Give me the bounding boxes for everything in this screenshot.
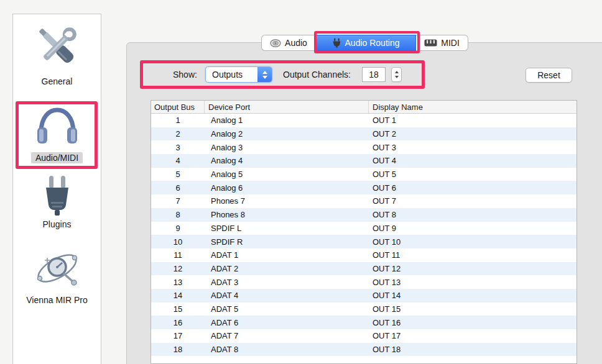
device-port-cell: ADAT 7 <box>205 329 369 343</box>
output-bus-cell: 17 <box>151 329 205 343</box>
display-name-cell: OUT 9 <box>369 222 577 235</box>
tab-label: Audio Routing <box>345 38 400 48</box>
device-port-cell: Analog 1 <box>205 114 369 127</box>
display-name-cell: OUT 4 <box>369 154 577 168</box>
device-port-cell: Analog 3 <box>205 140 369 154</box>
sidebar-item-label: Audio/MIDI <box>31 152 83 163</box>
table-row[interactable]: 18ADAT 8OUT 18 <box>151 343 577 357</box>
device-port-cell: ADAT 8 <box>205 343 369 357</box>
display-name-cell: OUT 1 <box>369 114 577 127</box>
device-port-cell: ADAT 5 <box>205 303 369 316</box>
sidebar-item-label: General <box>42 76 73 86</box>
table-row[interactable]: 5Analog 5OUT 5 <box>151 168 577 181</box>
tab-audio-routing[interactable]: Audio Routing <box>315 35 416 51</box>
device-port-cell: Analog 4 <box>205 154 369 168</box>
display-name-cell: OUT 5 <box>369 168 577 181</box>
display-name-cell: OUT 17 <box>369 329 577 343</box>
column-header-device-port[interactable]: Device Port <box>205 101 369 113</box>
output-bus-cell: 9 <box>151 222 205 235</box>
midi-keyboard-icon <box>424 39 437 47</box>
display-name-cell: OUT 6 <box>369 181 577 194</box>
table-row[interactable]: 1Analog 1OUT 1 <box>151 114 577 127</box>
popup-chevrons-icon <box>257 67 272 82</box>
stepper-down-icon <box>395 76 399 78</box>
reset-button[interactable]: Reset <box>526 68 572 83</box>
show-popup-button[interactable]: Outputs <box>205 66 272 83</box>
display-name-cell: OUT 14 <box>369 289 577 303</box>
table-row[interactable]: 6Analog 6OUT 6 <box>151 181 577 194</box>
device-port-cell: ADAT 6 <box>205 316 369 329</box>
table-row[interactable]: 15ADAT 5OUT 15 <box>151 303 577 316</box>
display-name-cell: OUT 10 <box>369 235 577 248</box>
sidebar-item-vienna-mir-pro[interactable]: Vienna MIR Pro <box>13 248 101 305</box>
output-bus-cell: 11 <box>151 248 205 262</box>
orbit-icon <box>32 248 82 291</box>
tools-icon <box>33 20 81 73</box>
table-row[interactable]: 9SPDIF LOUT 9 <box>151 222 577 235</box>
table-row[interactable]: 10SPDIF ROUT 10 <box>151 235 577 248</box>
table-row[interactable]: 17ADAT 7OUT 17 <box>151 329 577 343</box>
column-header-display-name[interactable]: Display Name <box>369 101 577 113</box>
table-row[interactable]: 2Analog 2OUT 2 <box>151 127 577 141</box>
table-header-row: Output Bus Device Port Display Name <box>151 101 577 114</box>
device-port-cell: ADAT 4 <box>205 289 369 303</box>
output-bus-cell: 13 <box>151 275 205 289</box>
display-name-cell: OUT 15 <box>369 303 577 316</box>
output-bus-cell: 3 <box>151 140 205 154</box>
output-channels-label: Output Channels: <box>283 70 351 80</box>
tab-label: Audio <box>285 38 307 48</box>
table-row[interactable]: 13ADAT 3OUT 13 <box>151 275 577 289</box>
headphones-icon <box>34 106 81 148</box>
output-bus-cell: 7 <box>151 194 205 208</box>
stepper-up-icon <box>395 71 399 73</box>
display-name-cell: OUT 7 <box>369 194 577 208</box>
device-port-cell: Analog 2 <box>205 127 369 141</box>
output-bus-cell: 5 <box>151 168 205 181</box>
table-row[interactable]: 14ADAT 4OUT 14 <box>151 289 577 303</box>
table-row[interactable]: 7Phones 7OUT 7 <box>151 194 577 208</box>
display-name-cell: OUT 13 <box>369 275 577 289</box>
output-bus-cell: 8 <box>151 208 205 222</box>
device-port-cell: SPDIF L <box>205 222 369 235</box>
table-row[interactable]: 11ADAT 1OUT 11 <box>151 248 577 262</box>
table-row[interactable]: 4Analog 4OUT 4 <box>151 154 577 168</box>
tab-audio[interactable]: Audio <box>261 35 315 51</box>
device-port-cell: SPDIF R <box>205 235 369 248</box>
audio-midi-tab-bar: Audio Audio Routing MIDI <box>261 35 468 51</box>
sidebar-item-label: Vienna MIR Pro <box>26 295 88 305</box>
preferences-sidebar: General Audio/MIDI Plugins <box>12 14 101 364</box>
display-name-cell: OUT 11 <box>369 248 577 262</box>
output-routing-table: Output Bus Device Port Display Name 1Ana… <box>150 100 577 364</box>
output-bus-cell: 12 <box>151 262 205 276</box>
sidebar-item-audio-midi[interactable]: Audio/MIDI <box>13 106 101 163</box>
sidebar-item-plugins[interactable]: Plugins <box>13 175 101 229</box>
display-name-cell: OUT 12 <box>369 262 577 276</box>
sidebar-item-label: Plugins <box>43 219 72 229</box>
show-label: Show: <box>173 70 197 80</box>
output-bus-cell: 18 <box>151 343 205 357</box>
table-row[interactable]: 8Phones 8OUT 8 <box>151 208 577 222</box>
output-bus-cell: 4 <box>151 154 205 168</box>
table-row[interactable]: 3Analog 3OUT 3 <box>151 140 577 154</box>
output-bus-cell: 2 <box>151 127 205 141</box>
plug-icon <box>39 175 76 216</box>
device-port-cell: ADAT 3 <box>205 275 369 289</box>
output-bus-cell: 1 <box>151 114 205 127</box>
device-port-cell: Phones 8 <box>205 208 369 222</box>
speaker-icon <box>270 39 281 47</box>
show-popup-value: Outputs <box>206 70 257 80</box>
output-channels-stepper[interactable] <box>391 67 402 82</box>
table-body: 1Analog 1OUT 12Analog 2OUT 23Analog 3OUT… <box>151 114 577 356</box>
device-port-cell: ADAT 1 <box>205 248 369 262</box>
table-row[interactable]: 12ADAT 2OUT 12 <box>151 262 577 276</box>
table-row[interactable]: 16ADAT 6OUT 16 <box>151 316 577 329</box>
reset-button-label: Reset <box>537 70 560 80</box>
sidebar-item-general[interactable]: General <box>13 20 101 86</box>
column-header-output-bus[interactable]: Output Bus <box>151 101 205 113</box>
device-port-cell: Analog 6 <box>205 181 369 194</box>
output-channels-input[interactable] <box>362 67 386 82</box>
tab-label: MIDI <box>441 38 460 48</box>
tab-midi[interactable]: MIDI <box>416 35 468 51</box>
device-port-cell: ADAT 2 <box>205 262 369 276</box>
display-name-cell: OUT 3 <box>369 140 577 154</box>
